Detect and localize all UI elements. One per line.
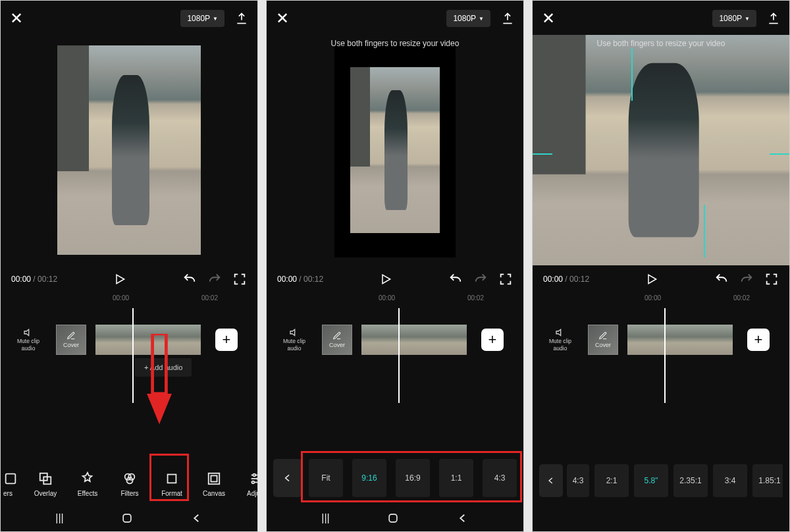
clip-strip[interactable] [627, 325, 733, 355]
nav-home[interactable] [386, 512, 400, 525]
add-audio-button[interactable]: + Add audio [135, 358, 192, 377]
bottom-toolbar: ers Overlay Effects Filters Format Canva… [1, 465, 257, 501]
guide-line [533, 153, 552, 155]
guide-line [704, 205, 705, 257]
ratio-1-1[interactable]: 1:1 [439, 459, 473, 497]
tool-adjust[interactable]: Adjust [236, 471, 257, 497]
mute-clip-audio[interactable]: Mute clipaudio [542, 327, 579, 352]
cover-button[interactable]: Cover [588, 325, 618, 355]
screen-1: ✕ 1080P ▼ 00:00 / 00:12 00:0000:02 Mute … [0, 0, 258, 532]
undo-button[interactable] [448, 272, 463, 286]
video-preview[interactable]: Use both fingers to resize your video [267, 35, 523, 265]
video-preview[interactable] [1, 35, 257, 265]
screen-3: ✕ 1080P▼ Use both fingers to resize your… [532, 0, 790, 532]
playhead[interactable] [398, 308, 400, 403]
export-icon[interactable] [767, 12, 780, 25]
android-nav-bar: ||| [267, 505, 523, 531]
back-button[interactable] [539, 464, 563, 497]
nav-back[interactable] [457, 512, 469, 524]
svg-rect-12 [211, 475, 217, 481]
resolution-label: 1080P [187, 14, 210, 23]
timeline-ruler: 00:0000:02 [533, 293, 789, 302]
tool-format[interactable]: Format [152, 471, 192, 497]
nav-recents[interactable]: ||| [321, 512, 329, 524]
cover-button[interactable]: Cover [322, 325, 352, 355]
redo-button[interactable] [739, 272, 754, 286]
resolution-dropdown[interactable]: 1080P▼ [712, 10, 756, 27]
video-preview[interactable]: Use both fingers to resize your video [533, 35, 789, 265]
ratio-4-3[interactable]: 4:3 [567, 464, 589, 497]
back-button[interactable] [273, 459, 302, 497]
ratio-toolbar: Fit 9:16 16:9 1:1 4:3 [267, 452, 523, 501]
fullscreen-button[interactable] [764, 272, 779, 286]
fullscreen-button[interactable] [498, 272, 513, 286]
timeline-ruler: 00:0000:02 [267, 293, 523, 302]
ratio-fit[interactable]: Fit [309, 459, 343, 497]
ratio-9-16[interactable]: 9:16 [352, 459, 386, 497]
playhead[interactable] [132, 308, 134, 403]
close-icon[interactable]: ✕ [542, 11, 555, 26]
nav-back[interactable] [191, 512, 203, 524]
export-icon[interactable] [235, 12, 248, 25]
preview-thumbnail [533, 35, 789, 265]
timeline[interactable]: Mute clipaudio Cover + [533, 320, 789, 399]
mute-clip-audio[interactable]: Mute clipaudio [10, 327, 47, 352]
guide-line [631, 48, 633, 101]
nav-home[interactable] [120, 512, 134, 525]
svg-marker-23 [648, 275, 656, 283]
nav-recents[interactable]: ||| [55, 512, 63, 524]
add-clip-button[interactable]: + [481, 329, 504, 351]
redo-button[interactable] [207, 272, 222, 286]
time-display: 00:00 / 00:12 [543, 275, 589, 284]
time-display: 00:00 / 00:12 [277, 275, 323, 284]
add-clip-button[interactable]: + [747, 329, 770, 351]
tool-partial[interactable]: ers [1, 471, 23, 497]
close-icon[interactable]: ✕ [10, 11, 23, 26]
ratio-2-1[interactable]: 2:1 [594, 464, 629, 497]
topbar: ✕ 1080P ▼ [1, 1, 257, 35]
svg-marker-0 [117, 275, 124, 283]
ratio-235-1[interactable]: 2.35:1 [673, 464, 708, 497]
cover-button[interactable]: Cover [56, 325, 86, 355]
tool-overlay[interactable]: Overlay [26, 471, 65, 497]
svg-marker-21 [290, 329, 295, 335]
export-icon[interactable] [501, 12, 514, 25]
play-button[interactable] [379, 272, 392, 286]
ratio-chips: 4:3 2:1 5.8" 2.35:1 3:4 1.85:1 [567, 464, 783, 497]
ratio-16-9[interactable]: 16:9 [396, 459, 430, 497]
ratio-3-4[interactable]: 3:4 [713, 464, 747, 497]
undo-button[interactable] [182, 272, 197, 286]
add-clip-button[interactable]: + [215, 329, 238, 351]
chevron-down-icon: ▼ [479, 16, 484, 22]
clip-strip[interactable] [361, 325, 467, 355]
svg-rect-4 [6, 474, 16, 484]
playhead[interactable] [664, 308, 666, 403]
resolution-dropdown[interactable]: 1080P ▼ [180, 10, 224, 27]
redo-button[interactable] [473, 272, 488, 286]
tool-filters[interactable]: Filters [110, 471, 149, 497]
timeline-ruler: 00:0000:02 [1, 293, 257, 302]
timeline[interactable]: Mute clipaudio Cover + + Add audio [1, 320, 257, 399]
svg-marker-1 [24, 329, 29, 335]
ratio-58[interactable]: 5.8" [634, 464, 668, 497]
screen-2: ✕ 1080P▼ Use both fingers to resize your… [266, 0, 524, 532]
topbar: ✕ 1080P▼ [267, 1, 523, 35]
clip-strip[interactable] [95, 325, 201, 355]
play-button[interactable] [645, 272, 658, 286]
resolution-dropdown[interactable]: 1080P▼ [446, 10, 490, 27]
android-nav-bar: ||| [1, 505, 257, 531]
svg-rect-22 [389, 514, 397, 522]
tool-effects[interactable]: Effects [68, 471, 107, 497]
ratio-4-3[interactable]: 4:3 [483, 459, 517, 497]
close-icon[interactable]: ✕ [276, 11, 289, 26]
play-button[interactable] [113, 272, 126, 286]
fullscreen-button[interactable] [232, 272, 247, 286]
tool-canvas[interactable]: Canvas [194, 471, 234, 497]
undo-button[interactable] [714, 272, 729, 286]
player-controls: 00:00 / 00:12 [533, 265, 789, 293]
timeline[interactable]: Mute clipaudio Cover + [267, 320, 523, 399]
ratio-185-1[interactable]: 1.85:1 [752, 464, 783, 497]
svg-rect-10 [168, 475, 176, 483]
mute-clip-audio[interactable]: Mute clipaudio [276, 327, 313, 352]
time-display: 00:00 / 00:12 [11, 275, 57, 284]
